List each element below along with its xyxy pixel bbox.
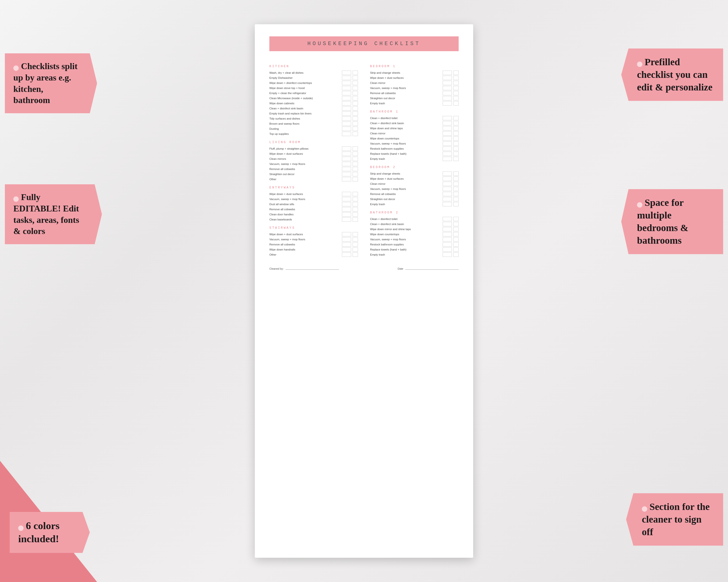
checkbox-primary[interactable] — [342, 81, 351, 85]
checkbox-secondary[interactable] — [453, 237, 459, 242]
checkbox-primary[interactable] — [443, 151, 452, 156]
checkbox-secondary[interactable] — [353, 101, 358, 106]
checkbox-secondary[interactable] — [353, 71, 358, 75]
checkbox-secondary[interactable] — [353, 252, 358, 257]
checkbox-secondary[interactable] — [453, 71, 459, 75]
checkbox-secondary[interactable] — [453, 232, 459, 237]
checkbox-primary[interactable] — [342, 217, 351, 222]
checkbox-primary[interactable] — [342, 106, 351, 111]
checkbox-secondary[interactable] — [353, 111, 358, 116]
checkbox-primary[interactable] — [342, 101, 351, 106]
checkbox-primary[interactable] — [443, 116, 452, 120]
checkbox-primary[interactable] — [342, 91, 351, 95]
checkbox-secondary[interactable] — [453, 227, 459, 231]
checkbox-secondary[interactable] — [453, 136, 459, 141]
checkbox-primary[interactable] — [443, 192, 452, 196]
checkbox-primary[interactable] — [342, 237, 351, 242]
checkbox-primary[interactable] — [342, 252, 351, 257]
checkbox-primary[interactable] — [443, 146, 452, 151]
checkbox-primary[interactable] — [443, 187, 452, 191]
checkbox-secondary[interactable] — [353, 192, 358, 196]
checkbox-secondary[interactable] — [353, 76, 358, 80]
checkbox-primary[interactable] — [342, 167, 351, 171]
checkbox-primary[interactable] — [342, 132, 351, 136]
checkbox-primary[interactable] — [443, 242, 452, 247]
checkbox-primary[interactable] — [342, 127, 351, 131]
checkbox-primary[interactable] — [443, 76, 452, 80]
checkbox-secondary[interactable] — [453, 242, 459, 247]
checkbox-secondary[interactable] — [353, 91, 358, 95]
checkbox-secondary[interactable] — [453, 116, 459, 120]
checkbox-secondary[interactable] — [453, 146, 459, 151]
checkbox-primary[interactable] — [443, 86, 452, 90]
checkbox-primary[interactable] — [443, 157, 452, 161]
checkbox-primary[interactable] — [342, 111, 351, 116]
checkbox-secondary[interactable] — [353, 132, 358, 136]
checkbox-secondary[interactable] — [353, 232, 358, 237]
checkbox-primary[interactable] — [342, 247, 351, 252]
checkbox-secondary[interactable] — [453, 81, 459, 85]
checkbox-secondary[interactable] — [453, 86, 459, 90]
checkbox-primary[interactable] — [342, 162, 351, 166]
checkbox-primary[interactable] — [342, 177, 351, 182]
checkbox-secondary[interactable] — [353, 106, 358, 111]
checkbox-secondary[interactable] — [353, 177, 358, 182]
checkbox-primary[interactable] — [443, 101, 452, 106]
checkbox-primary[interactable] — [342, 192, 351, 196]
checkbox-secondary[interactable] — [453, 182, 459, 186]
checkbox-secondary[interactable] — [453, 151, 459, 156]
checkbox-primary[interactable] — [342, 207, 351, 212]
checkbox-primary[interactable] — [342, 202, 351, 206]
checkbox-secondary[interactable] — [453, 76, 459, 80]
checkbox-secondary[interactable] — [453, 192, 459, 196]
checkbox-secondary[interactable] — [353, 197, 358, 201]
checkbox-primary[interactable] — [342, 197, 351, 201]
checkbox-primary[interactable] — [443, 202, 452, 206]
checkbox-primary[interactable] — [443, 141, 452, 146]
checkbox-secondary[interactable] — [353, 172, 358, 176]
checkbox-primary[interactable] — [443, 197, 452, 201]
checkbox-primary[interactable] — [342, 116, 351, 121]
checkbox-primary[interactable] — [443, 96, 452, 101]
checkbox-secondary[interactable] — [353, 116, 358, 121]
checkbox-primary[interactable] — [342, 212, 351, 217]
checkbox-secondary[interactable] — [353, 121, 358, 126]
checkbox-primary[interactable] — [443, 136, 452, 141]
checkbox-secondary[interactable] — [453, 176, 459, 181]
checkbox-secondary[interactable] — [353, 237, 358, 242]
checkbox-secondary[interactable] — [353, 86, 358, 90]
checkbox-primary[interactable] — [443, 247, 452, 252]
checkbox-secondary[interactable] — [453, 222, 459, 226]
checkbox-secondary[interactable] — [453, 126, 459, 131]
checkbox-secondary[interactable] — [353, 81, 358, 85]
checkbox-secondary[interactable] — [353, 151, 358, 156]
checkbox-primary[interactable] — [443, 176, 452, 181]
checkbox-primary[interactable] — [443, 237, 452, 242]
checkbox-primary[interactable] — [443, 126, 452, 131]
checkbox-secondary[interactable] — [353, 127, 358, 131]
checkbox-secondary[interactable] — [353, 242, 358, 247]
checkbox-primary[interactable] — [443, 171, 452, 176]
checkbox-primary[interactable] — [342, 232, 351, 237]
checkbox-primary[interactable] — [443, 71, 452, 75]
checkbox-secondary[interactable] — [453, 121, 459, 126]
checkbox-secondary[interactable] — [453, 202, 459, 206]
checkbox-primary[interactable] — [342, 157, 351, 161]
checkbox-primary[interactable] — [342, 71, 351, 75]
checkbox-primary[interactable] — [342, 151, 351, 156]
checkbox-secondary[interactable] — [453, 247, 459, 252]
checkbox-primary[interactable] — [443, 252, 452, 257]
checkbox-secondary[interactable] — [353, 247, 358, 252]
checkbox-secondary[interactable] — [353, 212, 358, 217]
checkbox-secondary[interactable] — [453, 217, 459, 221]
checkbox-primary[interactable] — [342, 172, 351, 176]
checkbox-secondary[interactable] — [453, 187, 459, 191]
checkbox-primary[interactable] — [443, 232, 452, 237]
checkbox-secondary[interactable] — [453, 157, 459, 161]
checkbox-secondary[interactable] — [353, 157, 358, 161]
checkbox-primary[interactable] — [443, 91, 452, 95]
checkbox-secondary[interactable] — [353, 162, 358, 166]
checkbox-primary[interactable] — [443, 222, 452, 226]
checkbox-primary[interactable] — [342, 96, 351, 101]
checkbox-primary[interactable] — [443, 81, 452, 85]
